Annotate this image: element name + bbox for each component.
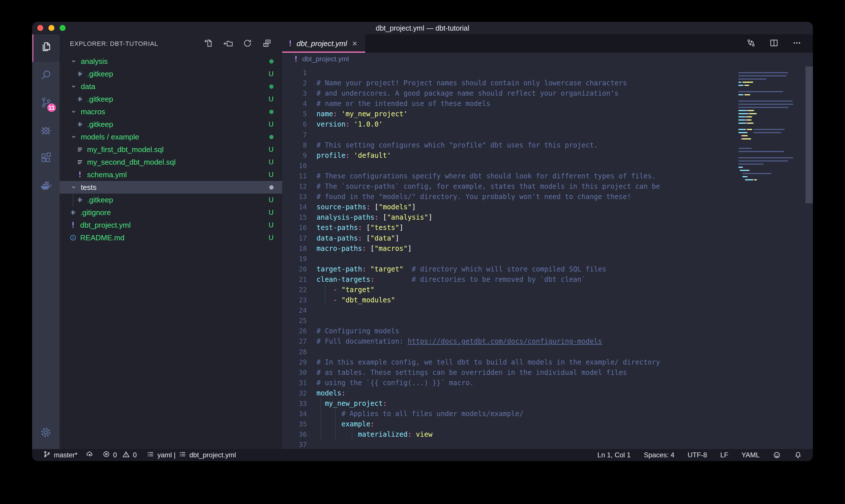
code-line-11[interactable]: 11# These configurations specify where d… [282, 171, 813, 181]
minimap[interactable] [738, 68, 804, 185]
tree-item-gitignore[interactable]: .gitignoreU [59, 206, 282, 219]
code-line-5[interactable]: 5name: 'my_new_project' [282, 109, 813, 119]
new-file-button[interactable] [204, 38, 213, 49]
indentation-item[interactable]: Spaces: 4 [644, 451, 675, 459]
code-line-33[interactable]: 33 my_new_project: [282, 398, 813, 409]
line-number: 26 [282, 326, 307, 336]
close-tab-icon[interactable]: × [352, 39, 358, 48]
sync-changes-item[interactable] [86, 450, 94, 460]
code-line-30[interactable]: 30# as tables. These settings can be ove… [282, 367, 813, 378]
code-line-1[interactable]: 1 [282, 68, 813, 78]
code-line-6[interactable]: 6version: '1.0.0' [282, 119, 813, 129]
code-line-23[interactable]: 23 - "dbt_modules" [282, 295, 813, 305]
code-line-4[interactable]: 4# name or the intended use of these mod… [282, 98, 813, 109]
tree-item-schema-yml[interactable]: !schema.ymlU [59, 168, 282, 181]
code-line-24[interactable]: 24 [282, 305, 813, 316]
close-window-button[interactable] [37, 25, 43, 31]
git-branch-item[interactable]: master* [43, 450, 78, 460]
minimize-window-button[interactable] [49, 25, 54, 31]
tab-dbt-project-yml[interactable]: ! dbt_project.yml × [282, 34, 365, 53]
tree-item-macros[interactable]: macros [59, 105, 282, 118]
code-line-19[interactable]: 19 [282, 254, 813, 264]
new-folder-button[interactable] [223, 38, 233, 49]
code-line-3[interactable]: 3# and underscores. A good package name … [282, 88, 813, 98]
split-editor-icon[interactable] [769, 38, 779, 49]
manage-settings-button[interactable] [32, 419, 59, 447]
code-line-22[interactable]: 22 - "target" [282, 285, 813, 295]
code-line-32[interactable]: 32models: [282, 388, 813, 398]
eol-item[interactable]: LF [720, 451, 728, 459]
code-line-25[interactable]: 25 [282, 316, 813, 326]
code-line-9[interactable]: 9profile: 'default' [282, 150, 813, 161]
minimap-line [738, 84, 804, 87]
more-actions-icon[interactable] [792, 38, 802, 49]
tree-item-my-second-dbt-model-sql[interactable]: my_second_dbt_model.sqlU [59, 156, 282, 168]
git-decoration: U [269, 196, 273, 204]
code-line-18[interactable]: 18macro-paths: ["macros"] [282, 244, 813, 254]
code-line-27[interactable]: 27# Full documentation: https://docs.get… [282, 336, 813, 346]
yaml-server-item[interactable]: yaml | dbt_project.yml [146, 450, 236, 460]
encoding-item[interactable]: UTF-8 [687, 451, 707, 459]
tree-item-readme-md[interactable]: README.mdU [59, 231, 282, 244]
tree-item-gitkeep[interactable]: .gitkeepU [59, 68, 282, 80]
code-line-31[interactable]: 31# using the `{{ config(...) }}` macro. [282, 378, 813, 388]
code-line-8[interactable]: 8# This setting configures which "profil… [282, 140, 813, 150]
code-line-21[interactable]: 21clean-targets: # directories to be rem… [282, 274, 813, 285]
git-decoration [269, 110, 273, 114]
refresh-explorer-button[interactable] [242, 38, 252, 49]
code-line-12[interactable]: 12# The `source-paths` config, for examp… [282, 181, 813, 192]
tree-item-gitkeep[interactable]: .gitkeepU [59, 118, 282, 130]
code-area[interactable]: 12# Name your project! Project names sho… [282, 65, 813, 449]
tree-item-data[interactable]: data [59, 80, 282, 93]
code-line-7[interactable]: 7 [282, 130, 813, 140]
editor-actions [746, 38, 813, 49]
minimap-line [738, 87, 804, 90]
zoom-window-button[interactable] [59, 25, 66, 31]
tree-item-dbt-project-yml[interactable]: !dbt_project.ymlU [59, 219, 282, 231]
tree-item-tests[interactable]: tests [59, 181, 282, 194]
notifications-bell-icon[interactable] [794, 451, 802, 459]
git-decoration: U [269, 120, 273, 128]
tree-item-analysis[interactable]: analysis [59, 55, 282, 68]
code-line-28[interactable]: 28 [282, 347, 813, 357]
breadcrumb[interactable]: ! dbt_project.yml [282, 53, 813, 65]
code-line-13[interactable]: 13# found in the "models/" directory. Yo… [282, 192, 813, 202]
code-line-10[interactable]: 10 [282, 161, 813, 171]
line-number: 5 [282, 109, 307, 119]
tree-item-label: tests [81, 183, 96, 192]
code-line-15[interactable]: 15analysis-paths: ["analysis"] [282, 212, 813, 222]
code-line-29[interactable]: 29# In this example config, we tell dbt … [282, 357, 813, 367]
branch-name: master* [54, 451, 78, 459]
line-number: 25 [282, 316, 307, 326]
code-line-20[interactable]: 20target-path: "target" # directory whic… [282, 264, 813, 274]
minimap-line [738, 78, 804, 81]
tree-item-gitkeep[interactable]: .gitkeepU [59, 93, 282, 105]
language-mode-item[interactable]: YAML [741, 451, 760, 459]
explorer-activity-button[interactable] [32, 34, 59, 62]
tree-item-my-first-dbt-model-sql[interactable]: my_first_dbt_model.sqlU [59, 143, 282, 156]
code-line-17[interactable]: 17data-paths: ["data"] [282, 233, 813, 244]
cursor-position-item[interactable]: Ln 1, Col 1 [597, 451, 631, 459]
debug-activity-button[interactable] [32, 117, 59, 144]
code-line-2[interactable]: 2# Name your project! Project names shou… [282, 78, 813, 88]
search-activity-button[interactable] [32, 62, 59, 89]
feedback-smiley-icon[interactable] [773, 451, 781, 459]
code-line-26[interactable]: 26# Configuring models [282, 326, 813, 336]
source-control-activity-button[interactable]: 11 [32, 89, 59, 117]
folder-changes-dot [269, 85, 273, 89]
open-changes-icon[interactable] [746, 38, 756, 49]
code-line-14[interactable]: 14source-paths: ["models"] [282, 202, 813, 212]
tree-item-models-example[interactable]: models / example [59, 130, 282, 143]
code-line-16[interactable]: 16test-paths: ["tests"] [282, 222, 813, 233]
code-line-36[interactable]: 36 materialized: view [282, 429, 813, 439]
title-bar[interactable]: dbt_project.yml — dbt-tutorial [32, 22, 813, 34]
code-line-37[interactable]: 37 [282, 439, 813, 449]
code-line-35[interactable]: 35 example: [282, 419, 813, 429]
tree-item-gitkeep[interactable]: .gitkeepU [59, 194, 282, 206]
problems-item[interactable]: 0 0 [102, 450, 137, 460]
code-line-34[interactable]: 34 # Applies to all files under models/e… [282, 409, 813, 419]
editor-scrollbar[interactable] [806, 67, 813, 203]
docker-activity-button[interactable] [32, 172, 59, 199]
collapse-folders-button[interactable] [262, 38, 272, 49]
extensions-activity-button[interactable] [32, 144, 59, 172]
